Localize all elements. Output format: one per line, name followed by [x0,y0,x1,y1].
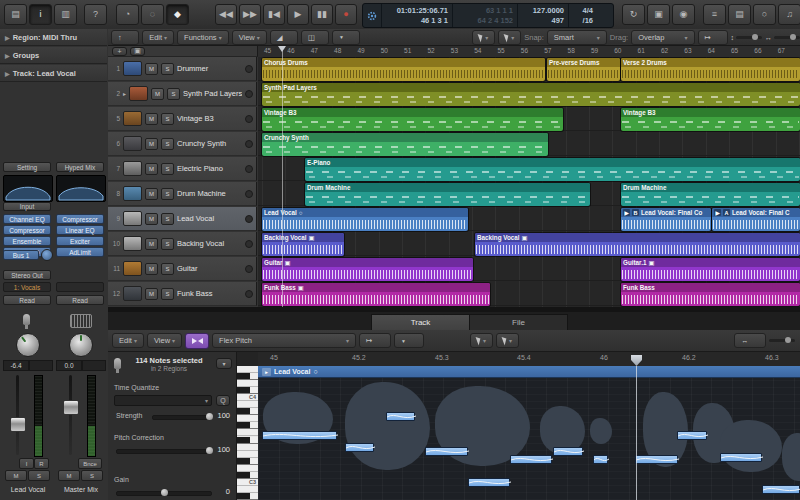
track-record-indicator[interactable] [245,115,253,123]
view-menu[interactable]: View▾ [232,30,267,45]
black-key[interactable] [237,458,258,465]
track-record-indicator[interactable] [245,90,253,98]
flex-pitch-note[interactable] [510,455,552,464]
inspector-button[interactable]: i [29,4,52,25]
pitch-correction-slider[interactable] [116,449,212,454]
editor-filter-button[interactable]: ▼ [394,333,424,348]
browsers-button[interactable]: ♫ [778,4,800,25]
replace-button[interactable]: ▣ [647,4,670,25]
track-stack-disclosure-icon[interactable]: ▸ [123,90,126,97]
region-guitar[interactable]: Guitar▣ [262,258,473,281]
white-key[interactable] [237,380,258,387]
horizontal-zoom-control[interactable]: ↔ [765,34,800,41]
track-solo-button[interactable]: S [161,138,174,150]
left-click-tool-menu[interactable]: ▾ [472,30,495,45]
mute-button[interactable]: M [58,470,80,481]
track-solo-button[interactable]: S [161,63,174,75]
track-header-vintage-b3[interactable]: 5MSVintage B3 [108,107,257,131]
track-record-indicator[interactable] [245,140,253,148]
tools-button[interactable]: ◆ [166,4,189,25]
region-lead-vocal-final-co[interactable]: ▶BLead Vocal: Final Co [621,208,711,231]
region-guitar-1[interactable]: Guitar.1▣ [621,258,800,281]
transport-forward-button[interactable]: ▶▶ [239,4,261,25]
flex-pitch-note[interactable] [635,455,678,464]
track-header-electric-piano[interactable]: 7MSElectric Piano [108,157,257,181]
region-drum-machine[interactable]: Drum Machine [621,183,800,206]
track-header-backing-vocal[interactable]: 10MSBacking Vocal [108,232,257,256]
filter-button[interactable]: ▼ [332,30,360,45]
quantize-apply-button[interactable]: Q [216,395,230,406]
plugin-slot[interactable]: Linear EQ [56,225,104,235]
track-solo-button[interactable]: S [161,113,174,125]
white-key[interactable] [237,451,258,458]
track-solo-button[interactable]: S [161,163,174,175]
flex-pitch-note[interactable] [720,453,762,462]
track-solo-button[interactable]: S [167,88,180,100]
track-header-funk-bass[interactable]: 12MSFunk Bass [108,282,257,306]
command-click-tool-menu[interactable]: ▾ [498,30,521,45]
track-mute-button[interactable]: M [145,188,158,200]
track-mute-button[interactable]: M [145,263,158,275]
group-slot[interactable]: 1: Vocals [3,282,51,292]
track-header-drummer[interactable]: 1MSDrummer [108,57,257,81]
track-record-indicator[interactable] [245,65,253,73]
white-key[interactable] [237,366,258,373]
editor-view-menu[interactable]: View▾ [147,333,182,348]
eq-thumbnail[interactable] [3,175,53,202]
strip-input-button[interactable]: Input [3,202,51,211]
black-key[interactable] [237,472,258,479]
eq-thumbnail[interactable] [56,175,106,202]
white-key[interactable]: C3 [237,479,258,486]
edit-menu[interactable]: Edit▾ [142,30,174,45]
volume-value[interactable]: 0.0 [56,360,82,371]
editor-zoom-slider[interactable] [769,339,795,342]
smart-controls-button[interactable]: ◌ [141,4,164,25]
bounce-button[interactable]: Bnce [78,458,102,469]
tab-track[interactable]: Track [371,314,470,331]
take-play-icon[interactable]: ▶ [714,209,721,216]
track-record-indicator[interactable] [245,290,253,298]
tab-file[interactable]: File [469,314,568,331]
track-header-guitar[interactable]: 11MSGuitar [108,257,257,281]
selection-menu-button[interactable]: ▾ [216,358,232,369]
track-record-indicator[interactable] [245,240,253,248]
white-key[interactable] [237,429,258,436]
plugin-slot[interactable]: Compressor [56,214,104,224]
transport-record-button[interactable]: ● [335,4,357,25]
flex-toggle-button[interactable] [185,333,209,349]
transport-rewind-button[interactable]: ◀◀ [215,4,237,25]
vertical-zoom-slider[interactable] [736,36,762,39]
flex-pitch-note[interactable] [677,431,707,440]
region-lead-vocal-final-c[interactable]: ▶ALead Vocal: Final C [712,208,800,231]
plugin-slot[interactable]: Ensemble [3,236,51,246]
region-inspector-header[interactable]: ▶ Region: MIDI Thru [0,29,107,46]
volume-fader[interactable] [63,400,79,415]
automation-button[interactable]: ◢ [270,30,298,45]
region-synth-pad-layers[interactable]: Synth Pad Layers [262,83,800,106]
region-e-piano[interactable]: E-Piano [305,158,800,181]
send-slot[interactable]: Bus 1 [3,250,39,260]
track-inspector-header[interactable]: ▶ Track: Lead Vocal [0,65,107,82]
library-button[interactable]: ▤ [4,4,27,25]
playhead[interactable] [282,46,283,307]
black-key[interactable] [237,387,258,394]
solo-button[interactable]: S [28,470,50,481]
track-mute-button[interactable]: M [145,138,158,150]
white-key[interactable] [237,401,258,408]
strip-setting-button[interactable]: Setting [3,162,51,172]
send-knob[interactable] [41,249,53,261]
track-mute-button[interactable]: M [145,288,158,300]
solo-button[interactable]: S [81,470,103,481]
loop-browser-button[interactable]: ○ [753,4,776,25]
vertical-zoom-control[interactable]: ↕ [731,34,763,41]
track-solo-button[interactable]: S [161,263,174,275]
region-vintage-b3[interactable]: Vintage B3 [262,108,563,131]
region-chorus-drums[interactable]: Chorus Drums [262,58,545,81]
take-play-icon[interactable]: ▶ [623,209,630,216]
track-solo-button[interactable]: S [161,188,174,200]
track-solo-button[interactable]: S [161,288,174,300]
editor-catch-button[interactable]: ↦ [359,333,391,348]
black-key[interactable] [237,437,258,444]
record-enable-button[interactable]: R [34,458,49,469]
flex-pitch-note[interactable] [762,485,800,494]
